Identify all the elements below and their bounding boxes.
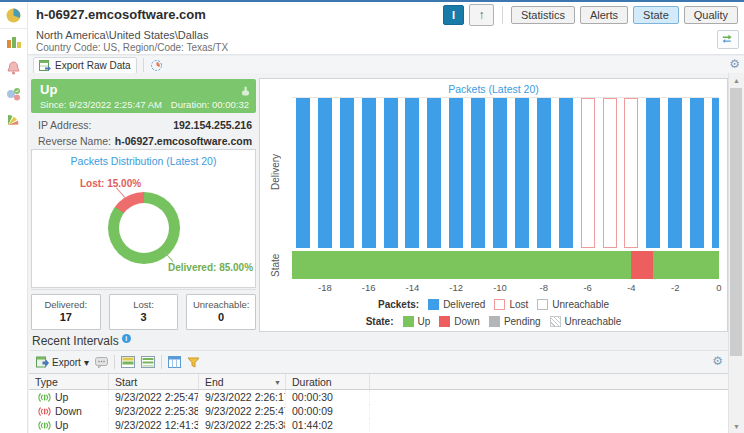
grid-view-icon[interactable] (141, 356, 155, 368)
sort-descending-icon: ▼ (274, 379, 281, 386)
x-tick: -6 (583, 282, 591, 293)
stat-box-lost: Lost:3 (109, 294, 179, 330)
state-axis-label: State (270, 251, 282, 279)
alerts-bell-icon[interactable] (0, 55, 27, 81)
state-segment-up (292, 251, 631, 279)
x-tick: -4 (627, 282, 635, 293)
gear-icon[interactable]: ⚙ (729, 58, 740, 70)
toolbar-separator (114, 355, 115, 369)
column-header-start[interactable]: Start (109, 374, 199, 389)
x-tick: -8 (540, 282, 548, 293)
export-dropdown-button[interactable]: Export ▾ (36, 356, 89, 368)
state-dots-icon[interactable] (0, 81, 27, 107)
packet-bar-delivered (405, 98, 419, 248)
tab-quality[interactable]: Quality (684, 6, 738, 24)
export-raw-data-button[interactable]: Export Raw Data (33, 57, 137, 74)
stat-box-delivered: Delivered:17 (31, 294, 101, 330)
packet-bar-delivered (296, 98, 310, 248)
filter-icon[interactable] (187, 357, 200, 368)
packet-bar-delivered (668, 98, 682, 248)
scroll-down-icon[interactable]: ▼ (729, 419, 744, 433)
tab-statistics[interactable]: Statistics (511, 6, 575, 24)
packet-bar-delivered (646, 98, 660, 248)
column-header-label: End (205, 376, 224, 388)
x-tick: -12 (449, 282, 463, 293)
packet-bar-lost (603, 98, 617, 248)
legend-swatch (537, 299, 548, 310)
legend-title: State: (366, 316, 394, 327)
cmdbar-separator (143, 58, 144, 72)
column-header-end[interactable]: End▼ (199, 374, 286, 389)
legend-title: Packets: (378, 299, 419, 310)
bar-chart-icon[interactable] (0, 29, 27, 55)
collapse-up-button[interactable]: ↑ (469, 4, 494, 26)
content: Up Since: 9/23/2022 2:25:47 AM Duration:… (28, 73, 729, 433)
status-since: Since: 9/23/2022 2:25:47 AM (40, 99, 162, 110)
location-path: North America\United States\Dallas (36, 29, 208, 41)
interval-duration-cell: 01:44:02 (286, 418, 370, 432)
ping-monitor-window: h-06927.emcosoftware.com I ↑ StatisticsA… (0, 0, 744, 433)
interval-type-cell: Down (29, 404, 109, 418)
history-icon[interactable] (150, 59, 163, 72)
scroll-up-icon[interactable]: ▲ (729, 73, 744, 87)
pie-chart-icon[interactable] (0, 2, 27, 29)
info-icon[interactable]: i (122, 334, 131, 343)
sidebar (0, 2, 28, 433)
column-header-label: Type (35, 376, 58, 388)
legend-item-down: Down (439, 316, 480, 327)
state-segment-down (631, 251, 653, 279)
x-tick: 0 (716, 282, 721, 293)
info-toggle-button[interactable]: I (443, 5, 464, 25)
stat-box-value: 3 (110, 311, 178, 323)
interval-row[interactable]: Up9/23/2022 12:41:36 AM *9/23/2022 2:25:… (29, 418, 728, 432)
interval-row[interactable]: Down9/23/2022 2:25:38 AM9/23/2022 2:25:4… (29, 404, 728, 418)
scrollbar-thumb[interactable] (730, 88, 742, 356)
x-tick: -18 (318, 282, 332, 293)
packets-legend: Packets:DeliveredLostUnreachable (260, 299, 727, 310)
legend-label: Unreachable (552, 299, 609, 310)
x-tick: -14 (406, 282, 420, 293)
packets-chart-panel: Packets (Latest 20) Delivery State -18-1… (259, 78, 728, 332)
column-header-filler (370, 374, 728, 389)
packet-bar-delivered (340, 98, 354, 248)
interval-type-cell: Up (29, 390, 109, 404)
interval-duration-cell: 00:00:30 (286, 390, 370, 404)
packet-bars (292, 97, 719, 248)
interval-end-cell: 9/23/2022 2:25:38 AM (199, 418, 286, 432)
export-icon (36, 356, 49, 368)
stat-box-value: 0 (187, 311, 255, 323)
column-header-type[interactable]: Type (29, 374, 109, 389)
toolbar-separator (161, 355, 162, 369)
packet-bar-delivered (449, 98, 463, 248)
lane-view-icon[interactable] (121, 356, 135, 368)
interval-row[interactable]: Up9/23/2022 2:25:47 AM9/23/2022 2:26:17 … (29, 390, 728, 404)
column-header-duration[interactable]: Duration (286, 374, 370, 389)
tab-alerts[interactable]: Alerts (580, 6, 628, 24)
vertical-scrollbar[interactable]: ▲ ▼ (728, 73, 744, 433)
dropdown-arrow-icon: ▾ (84, 357, 89, 368)
x-tick: -10 (493, 282, 507, 293)
quality-fan-icon[interactable] (0, 107, 27, 133)
legend-label: Down (454, 316, 480, 327)
gear-icon[interactable]: ⚙ (712, 355, 723, 367)
column-chooser-icon[interactable] (168, 356, 181, 368)
legend-swatch (403, 316, 414, 327)
intervals-toolbar: Export ▾ ⚙ (30, 350, 728, 374)
interval-end-cell: 9/23/2022 2:25:47 AM (199, 404, 286, 418)
header-separator (502, 6, 503, 24)
packet-bar-delivered (427, 98, 441, 248)
comment-icon[interactable] (95, 357, 108, 368)
status-panel: Up Since: 9/23/2022 2:25:47 AM Duration:… (31, 79, 256, 113)
swap-arrows-icon (722, 34, 734, 45)
x-tick: -2 (671, 282, 679, 293)
swap-view-button[interactable] (717, 30, 739, 49)
interval-end-cell: 9/23/2022 2:26:17 AM (199, 390, 286, 404)
tab-state[interactable]: State (633, 6, 679, 24)
donut-delivered-annotation: Delivered: 85.00% (168, 262, 253, 273)
stat-box-label: Lost: (110, 299, 178, 310)
packet-bar-delivered (471, 98, 485, 248)
command-bar: Export Raw Data ⚙ (28, 55, 744, 75)
packet-bar-delivered (690, 98, 704, 248)
legend-item-unreachable: Unreachable (537, 299, 609, 310)
packet-bar-delivered (362, 98, 376, 248)
